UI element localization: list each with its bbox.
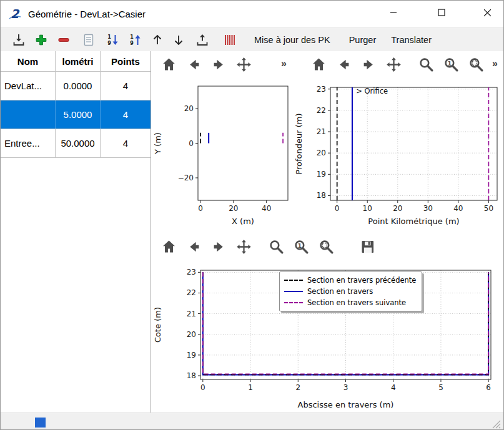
status-blue-box xyxy=(35,418,46,428)
zoom-original-icon: 1 xyxy=(443,56,460,73)
edit-form-button[interactable] xyxy=(79,31,98,49)
svg-text:1: 1 xyxy=(130,34,134,40)
remove-icon xyxy=(56,32,71,47)
table-row[interactable]: Entree... 50.0000 4 xyxy=(1,129,151,158)
move-up-icon xyxy=(150,32,165,47)
zoom-rect-button[interactable] xyxy=(465,54,487,75)
zoom-rect-button[interactable] xyxy=(315,236,337,257)
add-button[interactable] xyxy=(32,31,51,49)
forward-button[interactable] xyxy=(358,54,379,75)
svg-text:22: 22 xyxy=(317,106,326,115)
svg-text:20: 20 xyxy=(187,330,196,339)
move-up-button[interactable] xyxy=(148,31,167,49)
svg-text:2: 2 xyxy=(295,383,300,392)
pan-icon xyxy=(385,56,402,73)
app-icon: 2 xyxy=(7,7,22,22)
cell-points[interactable]: 4 xyxy=(101,72,151,100)
cell-points[interactable]: 4 xyxy=(101,129,151,157)
import-icon xyxy=(11,32,26,47)
svg-text:3: 3 xyxy=(343,383,348,392)
svg-text:21: 21 xyxy=(317,127,326,136)
svg-text:22: 22 xyxy=(187,288,196,297)
header-nom[interactable]: Nom xyxy=(1,51,56,71)
plan-view-chart[interactable]: 02040−20020X (m)Y (m) xyxy=(152,78,293,230)
svg-text:18: 18 xyxy=(187,371,196,380)
pk-marks-icon xyxy=(222,32,237,47)
zoom-original-icon: 1 xyxy=(293,238,310,255)
svg-text:2: 2 xyxy=(11,7,20,21)
svg-text:21: 21 xyxy=(187,310,196,318)
home-button[interactable] xyxy=(308,54,329,75)
plan-toolbar xyxy=(158,54,254,75)
cell-pk[interactable]: 0.0000 xyxy=(56,72,101,100)
sort-descending-button[interactable]: 1 9 xyxy=(103,31,122,49)
edit-form-icon xyxy=(81,32,96,47)
close-button[interactable] xyxy=(470,1,504,24)
zoom-button[interactable] xyxy=(415,54,437,75)
back-button[interactable] xyxy=(183,54,204,75)
window-title: Géométrie - DevLat->Casier xyxy=(28,9,146,19)
cell-nom[interactable] xyxy=(1,100,56,129)
back-button[interactable] xyxy=(183,236,204,257)
action-purger[interactable]: Purger xyxy=(344,32,382,47)
pan-button[interactable] xyxy=(233,54,254,75)
back-button[interactable] xyxy=(333,54,354,75)
svg-text:4: 4 xyxy=(391,383,396,392)
svg-text:40: 40 xyxy=(453,204,463,213)
svg-text:9: 9 xyxy=(130,41,134,46)
svg-text:> Orifice: > Orifice xyxy=(356,87,388,95)
toolbar-overflow-chevron[interactable]: » xyxy=(281,59,287,69)
pan-icon xyxy=(235,56,252,73)
cell-nom[interactable]: Entree... xyxy=(1,129,56,157)
svg-text:19: 19 xyxy=(317,170,326,178)
resize-grip-icon[interactable] xyxy=(492,420,501,429)
svg-text:5: 5 xyxy=(438,383,443,392)
cell-pk[interactable]: 5.0000 xyxy=(56,100,101,129)
forward-button[interactable] xyxy=(208,54,229,75)
svg-text:1: 1 xyxy=(447,59,452,66)
profile-chart[interactable]: 01020304050181920212223Point Kilométriqu… xyxy=(293,78,502,230)
svg-text:0: 0 xyxy=(335,204,340,213)
legend-label: Section en travers précédente xyxy=(307,276,416,285)
cell-pk[interactable]: 50.0000 xyxy=(56,129,101,157)
table-row[interactable]: DevLat... 0.0000 4 xyxy=(1,72,151,100)
zoom-original-button[interactable]: 1 xyxy=(290,236,312,257)
svg-text:6: 6 xyxy=(486,383,491,392)
zoom-button[interactable] xyxy=(265,236,287,257)
minimize-button[interactable] xyxy=(376,1,411,24)
section-toolbar: 1 xyxy=(158,236,378,257)
cell-points[interactable]: 4 xyxy=(101,100,151,129)
titlebar: 2 Géométrie - DevLat->Casier xyxy=(1,1,503,27)
header-points[interactable]: Points xyxy=(101,51,151,71)
remove-button[interactable] xyxy=(54,31,73,49)
forward-icon xyxy=(360,56,377,73)
maximize-icon xyxy=(438,9,445,16)
table-row-selected[interactable]: 5.0000 4 xyxy=(1,100,151,129)
sort-ascending-button[interactable]: 1 9 xyxy=(126,31,144,49)
cell-nom[interactable]: DevLat... xyxy=(1,72,56,100)
home-button[interactable] xyxy=(158,236,179,257)
import-button[interactable] xyxy=(9,31,28,49)
pan-button[interactable] xyxy=(233,236,254,257)
pan-button[interactable] xyxy=(383,54,404,75)
pk-marks-button[interactable] xyxy=(220,31,239,49)
svg-text:1: 1 xyxy=(107,34,111,40)
action-mise-a-jour-pk[interactable]: Mise à jour des PK xyxy=(249,32,335,47)
application-window: 2 Géométrie - DevLat->Casier xyxy=(0,0,504,430)
export-button[interactable] xyxy=(193,31,212,49)
svg-text:19: 19 xyxy=(187,351,196,359)
svg-text:0: 0 xyxy=(200,383,205,392)
maximize-button[interactable] xyxy=(424,1,459,24)
home-icon xyxy=(161,56,177,73)
action-translater[interactable]: Translater xyxy=(386,32,437,47)
zoom-original-button[interactable]: 1 xyxy=(440,54,462,75)
move-down-button[interactable] xyxy=(169,31,188,49)
save-button[interactable] xyxy=(357,236,378,257)
svg-text:9: 9 xyxy=(107,41,111,46)
header-pk[interactable]: lométri xyxy=(56,51,101,71)
toolbar-overflow-chevron[interactable]: » xyxy=(492,59,498,69)
forward-button[interactable] xyxy=(208,236,229,257)
home-button[interactable] xyxy=(158,54,179,75)
legend-item: Section en travers suivante xyxy=(284,298,416,307)
profile-toolbar: 1 xyxy=(308,54,487,75)
